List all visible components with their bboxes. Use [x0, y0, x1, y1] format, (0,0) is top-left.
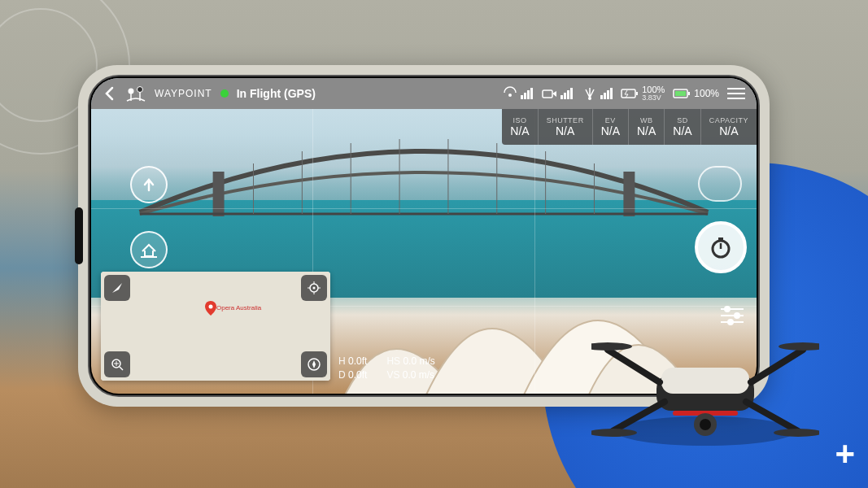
svg-point-53 [779, 342, 819, 351]
controller-battery[interactable]: 100% [673, 88, 719, 99]
top-bar: WAYPOINT In Flight (GPS) 100% 3.83V [91, 78, 757, 109]
mode-label: WAYPOINT [155, 88, 212, 99]
camera-params-bar[interactable]: ISON/A SHUTTERN/A EVN/A WBN/A SDN/A CAPA… [502, 109, 757, 145]
svg-point-11 [129, 89, 134, 94]
svg-point-12 [137, 87, 143, 93]
svg-rect-16 [622, 89, 635, 98]
plus-icon: + [835, 434, 855, 473]
svg-point-31 [313, 287, 316, 290]
drone-battery-volt: 3.83V [642, 94, 665, 102]
controller-battery-pct: 100% [694, 89, 719, 98]
waypoint-icon[interactable] [125, 85, 146, 102]
map-pin-label: Opera Australia [216, 304, 261, 312]
shutter-button[interactable] [695, 221, 747, 273]
svg-rect-14 [543, 90, 552, 98]
telemetry-readout: H 0.0ft HS 0.0 m/s D 0.0ft VS 0.0 m/s [338, 355, 435, 381]
svg-rect-1 [623, 172, 635, 216]
back-button[interactable] [103, 86, 117, 101]
svg-point-41 [209, 305, 213, 309]
svg-point-52 [591, 342, 632, 351]
svg-point-13 [508, 94, 512, 97]
svg-point-47 [700, 419, 711, 430]
svg-line-37 [120, 367, 123, 370]
takeoff-button[interactable] [130, 166, 168, 203]
svg-point-15 [588, 97, 591, 100]
map-zoom-button[interactable] [104, 351, 130, 377]
map-pin-icon [205, 301, 215, 311]
svg-rect-20 [675, 91, 686, 96]
svg-rect-22 [718, 237, 723, 241]
gps-signal-icon[interactable] [501, 86, 533, 101]
map-center-button[interactable] [301, 275, 327, 301]
svg-rect-44 [661, 368, 749, 394]
menu-button[interactable] [727, 88, 745, 99]
photo-mode-toggle[interactable] [698, 166, 742, 202]
svg-rect-19 [688, 92, 690, 95]
svg-line-49 [751, 350, 803, 382]
minimap[interactable]: Opera Australia [101, 272, 330, 381]
svg-line-48 [608, 350, 660, 382]
flight-status: In Flight (GPS) [237, 87, 316, 100]
drone-battery[interactable]: 100% 3.83V [621, 85, 665, 102]
decorative-drone-image [591, 317, 819, 455]
rc-signal-icon[interactable] [581, 86, 613, 101]
video-signal-icon[interactable] [541, 86, 573, 101]
svg-rect-0 [213, 172, 225, 216]
return-home-button[interactable] [130, 231, 168, 268]
svg-rect-17 [636, 92, 638, 95]
status-indicator-dot [220, 89, 229, 98]
map-orientation-button[interactable] [104, 275, 130, 301]
map-compass-button[interactable] [301, 351, 327, 377]
svg-point-25 [725, 307, 730, 312]
